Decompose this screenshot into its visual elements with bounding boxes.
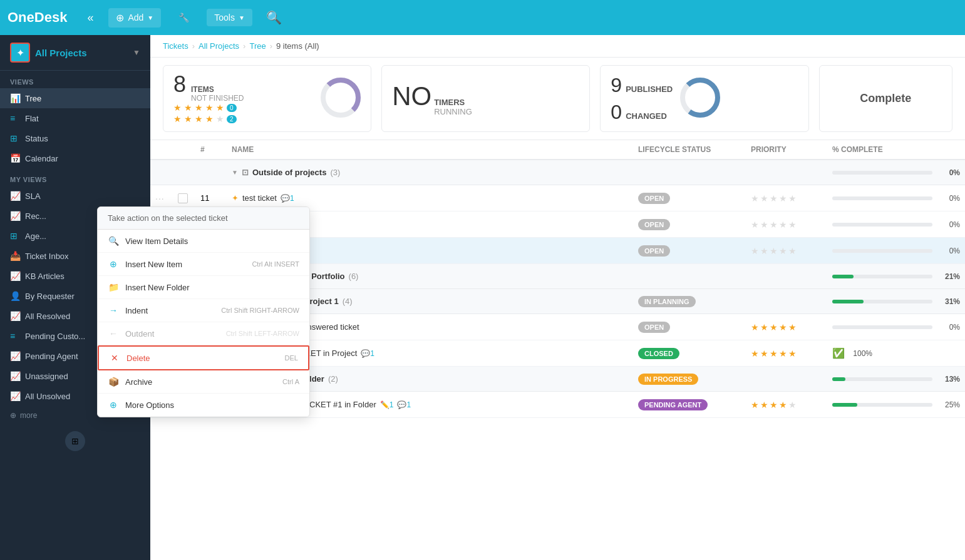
- menu-item-indent[interactable]: → Indent Ctrl Shift RIGHT-ARROW: [98, 299, 309, 322]
- priority-13: ★★★★★: [746, 220, 827, 230]
- sidebar-item-tree[interactable]: 📊Tree: [0, 88, 150, 108]
- sidebar-item-calendar[interactable]: 📅Calendar: [0, 148, 150, 168]
- row-dots-11[interactable]: ···: [150, 193, 173, 203]
- context-menu-header: Take action on the selected ticket: [98, 207, 309, 230]
- breadcrumb-tree[interactable]: Tree: [249, 41, 266, 51]
- complete-label: Complete: [860, 92, 911, 105]
- col-pct: % Complete: [827, 145, 965, 154]
- items-label-top: ITEMS: [191, 85, 244, 94]
- list-icon: ≡: [10, 113, 20, 123]
- rec-icon: 📈: [10, 211, 20, 221]
- stat-published-changed: 9 PUBLISHED 0 CHANGED: [600, 65, 808, 132]
- breadcrumb-all-projects[interactable]: All Projects: [199, 41, 239, 51]
- row-check-11[interactable]: [178, 193, 188, 203]
- collapse-btn[interactable]: «: [82, 9, 98, 27]
- stat-no-timers: NO TIMERS RUNNING: [381, 65, 590, 132]
- table-header: # Name Lifecycle Status Priority % Compl…: [150, 140, 965, 160]
- more-options-icon: ⊕: [108, 399, 119, 410]
- calendar-icon: 📅: [10, 153, 20, 163]
- svg-point-2: [329, 86, 352, 109]
- views-section-label: VIEWS: [0, 71, 150, 88]
- sidebar-item-sla[interactable]: 📈SLA: [0, 186, 150, 206]
- sidebar-item-flat[interactable]: ≡Flat: [0, 108, 150, 128]
- menu-item-archive[interactable]: 📦 Archive Ctrl A: [98, 370, 309, 394]
- items-label-bot: NOT FINISHED: [191, 94, 244, 103]
- timers-label-bot: RUNNING: [434, 107, 472, 116]
- items-count: 8: [173, 73, 186, 96]
- priority-15: ★★★★★: [746, 246, 827, 256]
- items-pie-chart: [321, 78, 361, 120]
- menu-item-view-details[interactable]: 🔍 View Item Details: [98, 230, 309, 253]
- more-icon: ⊕: [10, 411, 16, 420]
- my-views-section-label: MY VIEWS: [0, 168, 150, 186]
- app-logo: OneDesk: [8, 9, 67, 26]
- col-name: Name: [227, 145, 633, 154]
- sidebar-item-status[interactable]: ⊞Status: [0, 128, 150, 148]
- ticket-icon-11: ✦: [232, 193, 239, 203]
- pending-agent-icon: 📈: [10, 351, 20, 361]
- row-id-11: 11: [195, 193, 227, 203]
- pencil-5: ✏️1: [380, 400, 394, 409]
- status-1: OPEN: [638, 322, 670, 333]
- menu-item-insert-folder[interactable]: 📁 Insert New Folder: [98, 276, 309, 299]
- sidebar-header[interactable]: ✦ All Projects ▼: [0, 35, 150, 71]
- priority-1: ★★★★★: [746, 322, 827, 332]
- menu-item-more-options[interactable]: ⊕ More Options: [98, 394, 309, 417]
- svg-point-5: [689, 86, 711, 109]
- resolved-icon: 📈: [10, 311, 20, 321]
- search-button[interactable]: 🔍: [262, 6, 286, 29]
- stat-complete: Complete: [819, 65, 953, 132]
- published-label: PUBLISHED: [626, 84, 673, 94]
- grid-icon: ⊞: [10, 133, 20, 143]
- top-nav: OneDesk « ⊕ Add ▼ 🔧 Tools ▼ 🔍: [0, 0, 965, 35]
- view-icon: 🔍: [108, 235, 119, 247]
- status-15: OPEN: [638, 245, 670, 257]
- indent-icon: →: [108, 305, 119, 316]
- priority-2: ★★★★★: [746, 349, 827, 359]
- no-timers-no: NO: [392, 81, 431, 111]
- group-outside-projects[interactable]: ▼ ⊡ Outside of projects (3) 0%: [150, 160, 965, 185]
- published-num: 9: [611, 74, 622, 97]
- menu-item-insert-new[interactable]: ⊕ Insert New Item Ctrl Alt INSERT: [98, 253, 309, 276]
- project-status: IN PLANNING: [638, 296, 696, 307]
- sidebar-app-icon: ✦: [10, 43, 30, 63]
- timers-label-top: TIMERS: [434, 98, 472, 107]
- requester-icon: 👤: [10, 291, 20, 301]
- tools-button[interactable]: Tools ▼: [207, 9, 252, 26]
- status-11: OPEN: [638, 193, 670, 204]
- tools-divider-icon: 🔧: [171, 9, 197, 26]
- unassigned-icon: 📈: [10, 371, 20, 381]
- status-5: PENDING AGENT: [638, 399, 708, 410]
- archive-icon: 📦: [108, 376, 119, 387]
- insert-folder-icon: 📁: [108, 282, 119, 293]
- kb-icon: 📈: [10, 271, 20, 281]
- priority-5: ★★★★★: [746, 400, 827, 410]
- status-2: CLOSED: [638, 348, 679, 359]
- add-button[interactable]: ⊕ Add ▼: [108, 8, 161, 28]
- tree-icon: 📊: [10, 93, 20, 103]
- changed-num: 0: [611, 101, 622, 124]
- five-star-badge: 0: [227, 104, 237, 112]
- comment-2: 💬1: [361, 349, 374, 358]
- menu-item-outdent: ← Outdent Ctrl Shift LEFT-ARROW: [98, 322, 309, 345]
- sidebar-title: All Projects: [35, 48, 128, 58]
- unsolved-icon: 📈: [10, 391, 20, 401]
- age-icon: ⊞: [10, 231, 20, 241]
- menu-item-delete[interactable]: ✕ Delete DEL: [98, 345, 309, 370]
- breadcrumb-count: 9 items (All): [276, 41, 319, 51]
- col-priority: Priority: [746, 145, 827, 154]
- four-star-badge: 2: [227, 115, 237, 123]
- published-pie-chart: [680, 78, 720, 120]
- changed-label: CHANGED: [626, 111, 667, 121]
- breadcrumb-tickets[interactable]: Tickets: [163, 41, 188, 51]
- status-13: OPEN: [638, 219, 670, 230]
- insert-icon: ⊕: [108, 258, 119, 270]
- priority-11: ★★★★★: [746, 193, 827, 203]
- col-lifecycle: Lifecycle Status: [633, 145, 746, 154]
- row-name-11: ✦ test ticket 💬1: [227, 193, 633, 203]
- outdent-icon: ←: [108, 328, 119, 339]
- delete-icon: ✕: [109, 352, 120, 364]
- complete-check-2: ✅: [832, 347, 845, 359]
- stats-row: 8 ITEMS NOT FINISHED ★ ★ ★ ★ ★ 0: [150, 58, 965, 140]
- outside-projects-icon: ⊡: [242, 168, 249, 177]
